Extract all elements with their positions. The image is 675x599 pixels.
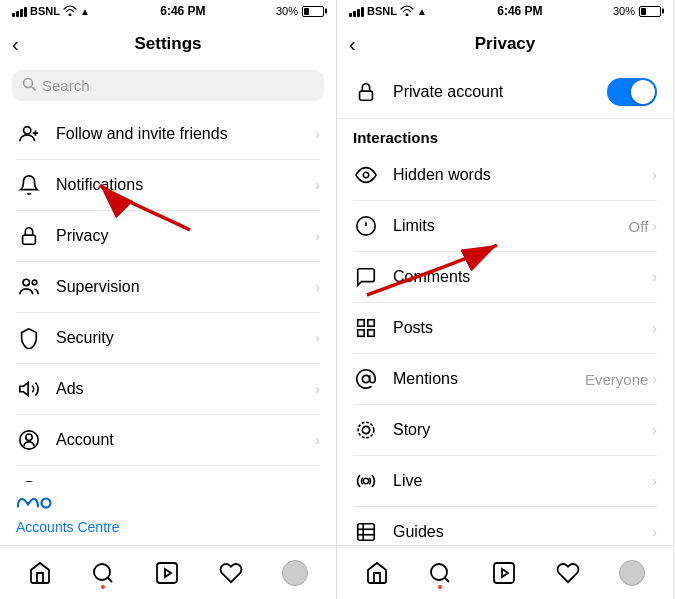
svg-point-30 (362, 375, 369, 382)
menu-item-limits[interactable]: Limits Off › (337, 201, 673, 251)
svg-point-22 (363, 172, 369, 178)
status-right-left: 30% (276, 5, 324, 17)
notifications-chevron: › (315, 177, 320, 193)
search-placeholder: Search (42, 77, 90, 94)
menu-item-comments[interactable]: Comments › (337, 252, 673, 302)
private-account-item[interactable]: Private account (337, 66, 673, 119)
svg-rect-5 (23, 235, 36, 244)
menu-item-story[interactable]: Story › (337, 405, 673, 455)
svg-point-6 (23, 279, 29, 285)
limits-value: Off (629, 218, 649, 235)
menu-item-posts[interactable]: Posts › (337, 303, 673, 353)
bell-icon (16, 172, 42, 198)
menu-item-mentions[interactable]: Mentions Everyone › (337, 354, 673, 404)
page-title-left: Settings (134, 34, 201, 54)
menu-item-help[interactable]: Help › (0, 466, 336, 482)
menu-item-live[interactable]: Live › (337, 456, 673, 506)
nav-profile-right[interactable] (611, 556, 653, 590)
svg-line-18 (108, 577, 112, 581)
menu-item-security[interactable]: Security › (0, 313, 336, 363)
supervision-chevron: › (315, 279, 320, 295)
svg-line-40 (445, 577, 449, 581)
left-panel: BSNL ▲ 6:46 PM 30% ‹ (0, 0, 337, 599)
status-bar-left: BSNL ▲ 6:46 PM 30% (0, 0, 336, 22)
story-label: Story (393, 421, 652, 439)
status-left-right: BSNL ▲ (349, 5, 427, 18)
bottom-nav-left (0, 545, 336, 599)
search-bar[interactable]: Search (12, 70, 324, 101)
mentions-icon (353, 366, 379, 392)
supervision-label: Supervision (56, 278, 315, 296)
time-right: 6:46 PM (497, 4, 542, 18)
menu-item-notifications[interactable]: Notifications › (0, 160, 336, 210)
page-title-right: Privacy (475, 34, 536, 54)
svg-point-17 (94, 564, 110, 580)
menu-item-account[interactable]: Account › (0, 415, 336, 465)
meta-logo (16, 492, 320, 515)
status-left: BSNL ▲ (12, 5, 90, 18)
guides-chevron: › (652, 524, 657, 540)
comment-icon (353, 264, 379, 290)
back-button-right[interactable]: ‹ (349, 33, 356, 56)
svg-point-7 (32, 280, 37, 285)
guides-label: Guides (393, 523, 652, 541)
privacy-menu: Hidden words › Limits Off › (337, 150, 673, 545)
account-icon (16, 427, 42, 453)
nav-heart-left[interactable] (211, 557, 251, 589)
live-chevron: › (652, 473, 657, 489)
nav-search-left[interactable] (83, 557, 123, 589)
nav-home-left[interactable] (20, 557, 60, 589)
private-account-lock-icon (353, 79, 379, 105)
follow-label: Follow and invite friends (56, 125, 315, 143)
svg-rect-34 (358, 524, 375, 541)
menu-item-ads[interactable]: Ads › (0, 364, 336, 414)
ads-icon (16, 376, 42, 402)
hidden-words-chevron: › (652, 167, 657, 183)
privacy-label: Privacy (56, 227, 315, 245)
svg-rect-21 (360, 91, 373, 100)
bottom-nav-right (337, 545, 673, 599)
time-left: 6:46 PM (160, 4, 205, 18)
menu-item-guides[interactable]: Guides › (337, 507, 673, 545)
nav-profile-left[interactable] (274, 556, 316, 590)
story-chevron: › (652, 422, 657, 438)
menu-item-supervision[interactable]: Supervision › (0, 262, 336, 312)
nav-search-right[interactable] (420, 557, 460, 589)
nav-reels-right[interactable] (484, 557, 524, 589)
nav-home-right[interactable] (357, 557, 397, 589)
posts-chevron: › (652, 320, 657, 336)
lock-icon (16, 223, 42, 249)
battery-icon-left (302, 6, 324, 17)
menu-item-hidden-words[interactable]: Hidden words › (337, 150, 673, 200)
security-label: Security (56, 329, 315, 347)
accounts-centre-link[interactable]: Accounts Centre (16, 519, 320, 535)
privacy-chevron: › (315, 228, 320, 244)
notifications-label: Notifications (56, 176, 315, 194)
svg-point-33 (363, 478, 369, 484)
status-bar-right: BSNL ▲ 6:46 PM 30% (337, 0, 673, 22)
live-label: Live (393, 472, 652, 490)
private-account-toggle[interactable] (607, 78, 657, 106)
footer-left: Accounts Centre (0, 482, 336, 545)
interactions-section-header: Interactions (337, 119, 673, 150)
help-icon (16, 478, 42, 482)
menu-item-privacy[interactable]: Privacy › (0, 211, 336, 261)
nav-heart-right[interactable] (548, 557, 588, 589)
mentions-label: Mentions (393, 370, 585, 388)
back-button-left[interactable]: ‹ (12, 33, 19, 56)
wifi-icon-left (63, 5, 77, 18)
signal-icon-right (349, 6, 364, 17)
carrier-left: BSNL (30, 5, 60, 17)
svg-rect-29 (358, 330, 364, 336)
toggle-knob (631, 80, 655, 104)
svg-point-31 (362, 426, 369, 433)
story-icon (353, 417, 379, 443)
menu-item-follow[interactable]: Follow and invite friends › (0, 109, 336, 159)
live-icon (353, 468, 379, 494)
security-chevron: › (315, 330, 320, 346)
supervision-icon (16, 274, 42, 300)
svg-rect-27 (368, 320, 374, 326)
nav-reels-left[interactable] (147, 557, 187, 589)
svg-point-39 (431, 564, 447, 580)
signal-icon (12, 6, 27, 17)
